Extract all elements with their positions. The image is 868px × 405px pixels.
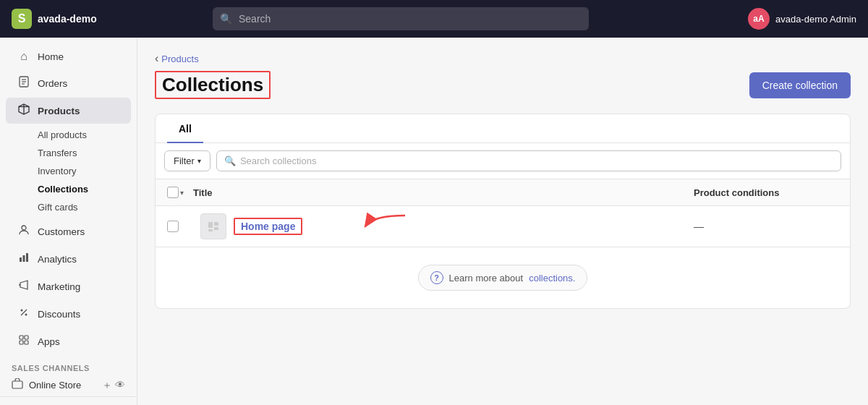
apps-icon: [17, 334, 30, 349]
breadcrumb: ‹ Products: [155, 52, 851, 65]
filter-button[interactable]: Filter ▾: [164, 150, 210, 171]
orders-icon: [17, 76, 30, 90]
svg-point-12: [25, 314, 27, 316]
analytics-icon: [17, 252, 30, 266]
svg-rect-22: [214, 227, 218, 230]
online-store-label: Online Store: [29, 380, 81, 391]
view-icon[interactable]: 👁: [115, 379, 125, 392]
sidebar-item-marketing[interactable]: Marketing: [6, 273, 131, 299]
svg-rect-23: [208, 229, 213, 231]
main-content: ‹ Products Collections Create collection…: [137, 38, 868, 405]
page-header: Collections Create collection: [155, 71, 851, 99]
content-card: All Filter ▾ 🔍 ▾ Title: [155, 114, 851, 309]
sidebar-item-customers[interactable]: Customers: [6, 218, 131, 244]
sidebar-item-label: Marketing: [38, 281, 80, 292]
sales-channels-label: SALES CHANNELS: [0, 355, 137, 374]
search-collections-icon: 🔍: [224, 155, 236, 166]
info-icon: ?: [430, 271, 443, 284]
collection-title-cell: Home page: [234, 218, 694, 235]
breadcrumb-parent[interactable]: Products: [161, 54, 198, 64]
top-navigation: S avada-demo 🔍 aA avada-demo Admin: [0, 0, 868, 38]
row-checkbox[interactable]: [167, 221, 179, 232]
tabs-row: All: [156, 114, 850, 143]
customers-icon: [17, 224, 30, 239]
checkbox-dropdown-icon[interactable]: ▾: [180, 189, 184, 197]
sidebar-item-analytics[interactable]: Analytics: [6, 246, 131, 272]
submenu-label: Gift cards: [38, 202, 78, 213]
shopify-logo-icon: S: [12, 9, 32, 29]
discounts-icon: [17, 307, 30, 321]
search-input[interactable]: [213, 7, 589, 30]
home-icon: ⌂: [17, 50, 30, 63]
sidebar-subitem-all-products[interactable]: All products: [32, 126, 137, 144]
submenu-label: Collections: [38, 184, 88, 195]
products-icon: [17, 103, 30, 118]
conditions-column-header: Product conditions: [694, 187, 838, 198]
search-collections-input[interactable]: [240, 155, 833, 166]
search-bar: 🔍: [213, 7, 589, 30]
sidebar-item-home[interactable]: ⌂ Home: [6, 44, 131, 69]
sidebar-item-orders[interactable]: Orders: [6, 70, 131, 96]
filter-row: Filter ▾ 🔍: [156, 143, 850, 179]
sidebar-subitem-collections[interactable]: Collections: [32, 180, 137, 198]
sidebar-subitem-gift-cards[interactable]: Gift cards: [32, 198, 137, 216]
title-column-header: Title: [193, 187, 694, 198]
collection-name[interactable]: Home page: [234, 218, 302, 235]
sidebar-item-label: Home: [38, 51, 64, 62]
avatar: aA: [748, 8, 770, 30]
tab-all[interactable]: All: [167, 114, 203, 143]
svg-rect-8: [23, 255, 25, 262]
svg-rect-18: [12, 381, 22, 388]
sidebar-subitem-transfers[interactable]: Transfers: [32, 144, 137, 162]
svg-rect-17: [25, 341, 28, 344]
user-area[interactable]: aA avada-demo Admin: [748, 8, 856, 30]
online-store-row[interactable]: Online Store ＋ 👁: [0, 374, 137, 396]
sidebar-bottom: Settings: [0, 396, 137, 405]
learn-more-box: ? Learn more about collections.: [418, 265, 588, 291]
sidebar-item-label: Discounts: [38, 309, 80, 320]
sidebar-item-products[interactable]: Products: [6, 98, 131, 124]
products-submenu: All products Transfers Inventory Collect…: [0, 124, 137, 218]
select-all-checkbox-header[interactable]: ▾: [167, 187, 193, 198]
search-collections-container: 🔍: [216, 150, 841, 171]
breadcrumb-chevron: ‹: [155, 52, 158, 65]
select-all-checkbox[interactable]: [167, 187, 179, 198]
filter-label: Filter: [174, 155, 195, 166]
sidebar-item-apps[interactable]: Apps: [6, 328, 131, 354]
svg-rect-15: [25, 336, 28, 339]
learn-more-text: Learn more about: [449, 273, 524, 284]
sidebar-subitem-inventory[interactable]: Inventory: [32, 162, 137, 180]
submenu-label: Inventory: [38, 166, 76, 176]
row-checkbox-container[interactable]: [167, 221, 193, 232]
sidebar-item-label: Analytics: [38, 254, 77, 265]
learn-more-section: ? Learn more about collections.: [156, 247, 850, 308]
learn-more-link[interactable]: collections.: [529, 273, 575, 284]
logo-area[interactable]: S avada-demo: [12, 9, 127, 29]
table-row: Home page —: [156, 206, 850, 247]
svg-rect-14: [20, 336, 23, 339]
svg-point-11: [21, 310, 23, 312]
sidebar-item-discounts[interactable]: Discounts: [6, 301, 131, 327]
conditions-value: —: [694, 221, 838, 232]
sidebar-item-label: Products: [38, 106, 80, 116]
add-channel-icon[interactable]: ＋: [102, 379, 112, 392]
store-name: avada-demo: [38, 13, 97, 25]
page-title: Collections: [155, 71, 271, 99]
online-store-icon: [12, 378, 23, 392]
table-header: ▾ Title Product conditions: [156, 179, 850, 206]
online-store-actions: ＋ 👁: [102, 379, 125, 392]
svg-rect-20: [208, 222, 213, 228]
search-icon: 🔍: [220, 13, 232, 25]
sidebar-item-label: Apps: [38, 336, 60, 347]
submenu-label: Transfers: [38, 148, 77, 158]
sidebar: ⌂ Home Orders Products All products Tran…: [0, 38, 137, 405]
main-layout: ⌂ Home Orders Products All products Tran…: [0, 38, 868, 405]
create-collection-button[interactable]: Create collection: [749, 72, 851, 98]
submenu-label: All products: [38, 129, 87, 140]
collection-thumbnail: [200, 213, 226, 239]
marketing-icon: [17, 279, 30, 294]
user-name: avada-demo Admin: [775, 14, 856, 25]
svg-rect-9: [26, 253, 28, 262]
svg-rect-16: [20, 341, 23, 344]
svg-rect-7: [20, 257, 22, 262]
